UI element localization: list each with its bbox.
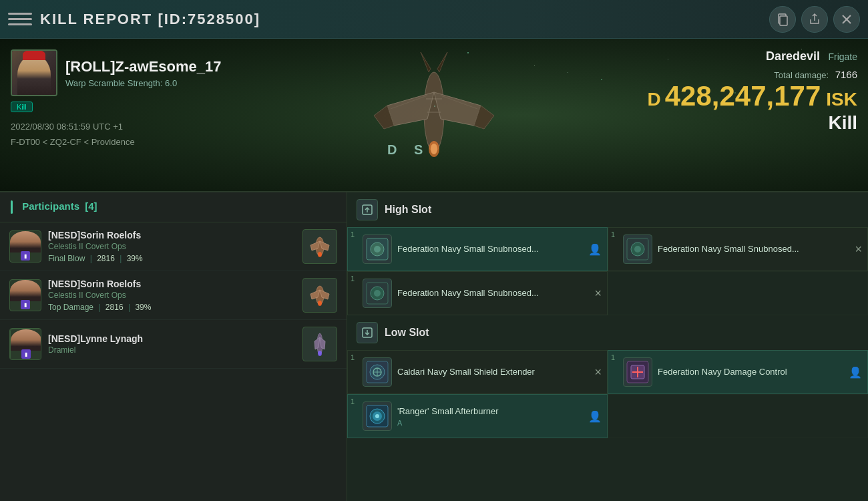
slot-item[interactable]: 1 Caldari Navy Small Shield Extender × — [347, 350, 608, 394]
close-indicator: × — [594, 365, 602, 379]
timestamp: 2022/08/30 08:51:59 UTC +1 — [11, 119, 238, 134]
page-title: KILL REPORT [ID:7528500] — [40, 11, 769, 28]
participant-avatar-2: ▮ — [9, 279, 41, 311]
slot-item[interactable]: 1 Federation Navy Small Snubnosed... × — [347, 271, 608, 315]
svg-point-42 — [375, 414, 379, 418]
menu-icon[interactable] — [8, 7, 32, 31]
list-item[interactable]: ▮ [NESD]Sorin Roelofs Celestis II Covert… — [0, 271, 347, 320]
participant-ship-icon-1 — [302, 229, 337, 264]
participant-stats-2: Top Damage | 2816 | 39% — [48, 303, 296, 312]
rank-badge: ▮ — [21, 251, 30, 261]
list-item[interactable]: ▮ [NESD]Sorin Roelofs Celestis II Covert… — [0, 222, 347, 271]
rank-badge: ▮ — [21, 300, 30, 309]
slot-item-icon — [363, 234, 392, 264]
svg-point-12 — [318, 252, 322, 257]
svg-point-27 — [374, 290, 381, 297]
slot-item-icon — [363, 401, 392, 431]
participant-avatar-1: ▮ — [9, 230, 41, 263]
low-slot-header: Low Slot — [347, 315, 868, 350]
low-slot-icon — [357, 322, 378, 343]
person-indicator: 👤 — [588, 410, 602, 423]
participant-name-3: [NESD]Lynne Lynagh — [48, 333, 296, 344]
participant-name-2: [NESD]Sorin Roelofs — [48, 279, 296, 289]
participants-count: [4] — [85, 200, 97, 212]
participants-title: Participants — [22, 200, 79, 212]
main-body: Participants [4] ▮ [NESD]Sorin Roelofs C… — [0, 192, 868, 501]
slot-item-icon — [623, 357, 652, 387]
high-slot-icon — [357, 199, 378, 220]
location: F-DT00 < ZQ2-CF < Providence — [11, 134, 238, 150]
close-indicator: × — [594, 287, 602, 301]
slot-item-text: Caldari Navy Small Shield Extender — [397, 366, 599, 378]
close-button[interactable] — [833, 6, 860, 33]
high-slot-grid: 1 Federation Navy Small Snubnosed... 👤 1 — [347, 227, 868, 315]
slot-item-empty — [608, 394, 868, 438]
slot-item-text: Federation Navy Small Snubnosed... — [658, 243, 859, 255]
s-label: S — [414, 142, 423, 158]
hero-section: [ROLL]Z-awEsome_17 Warp Scramble Strengt… — [0, 39, 868, 192]
participant-ship-2: Celestis II Covert Ops — [48, 291, 296, 300]
svg-point-24 — [634, 246, 641, 253]
participant-avatar-3: ▮ — [9, 328, 41, 360]
pilot-section: [ROLL]Z-awEsome_17 Warp Scramble Strengt… — [11, 49, 238, 180]
close-indicator: × — [855, 242, 862, 257]
participants-header: Participants [4] — [0, 192, 347, 222]
title-actions — [769, 6, 860, 33]
participant-name-1: [NESD]Sorin Roelofs — [48, 230, 296, 240]
slot-item[interactable]: 1 Federation Navy Damage Control 👤 — [608, 350, 868, 394]
slot-item-text: Federation Navy Small Snubnosed... — [397, 243, 599, 255]
slot-item[interactable]: 1 Federation Navy Small Snubnosed... 👤 — [347, 227, 608, 271]
slot-item[interactable]: 1 'Ranger' Small Afterburner A 👤 — [347, 394, 608, 438]
title-bar: KILL REPORT [ID:7528500] — [0, 0, 868, 39]
avatar — [11, 49, 57, 96]
participants-panel: Participants [4] ▮ [NESD]Sorin Roelofs C… — [0, 192, 347, 501]
slot-item-text: Federation Navy Damage Control — [658, 366, 859, 378]
participant-ship-3: Dramiel — [48, 345, 296, 355]
participant-ship-icon-2 — [302, 278, 337, 313]
d-label: D — [387, 142, 397, 158]
slot-item[interactable]: 1 Federation Navy Small Snubnosed... × — [608, 227, 868, 271]
svg-rect-1 — [780, 16, 787, 25]
high-slot-label: High Slot — [385, 204, 431, 216]
kill-badge: Kill — [11, 102, 33, 112]
svg-point-21 — [374, 246, 381, 253]
low-slot-label: Low Slot — [385, 327, 429, 339]
slots-panel: High Slot 1 Federation Navy Small Snubno… — [347, 192, 868, 501]
participant-stats-1: Final Blow | 2816 | 39% — [48, 254, 296, 263]
svg-point-14 — [318, 301, 322, 306]
person-indicator: 👤 — [849, 366, 862, 379]
slot-item-icon — [363, 279, 392, 308]
list-item[interactable]: ▮ [NESD]Lynne Lynagh Dramiel — [0, 320, 347, 369]
slot-item-text: Federation Navy Small Snubnosed... — [397, 287, 599, 299]
pilot-name: [ROLL]Z-awEsome_17 — [65, 58, 238, 75]
participant-ship-1: Celestis II Covert Ops — [48, 242, 296, 251]
participant-ship-icon-3 — [302, 327, 337, 361]
slot-sublabel: A — [397, 419, 599, 427]
copy-button[interactable] — [769, 6, 796, 33]
svg-point-16 — [318, 351, 322, 356]
slot-item-empty — [608, 271, 868, 315]
person-indicator: 👤 — [588, 243, 602, 256]
slot-item-icon — [623, 234, 652, 264]
high-slot-header: High Slot — [347, 192, 868, 227]
low-slot-grid: 1 Caldari Navy Small Shield Extender × 1 — [347, 350, 868, 438]
slot-item-text: 'Ranger' Small Afterburner — [397, 405, 599, 418]
pilot-warp-strength: Warp Scramble Strength: 6.0 — [65, 78, 238, 88]
slot-item-icon — [363, 357, 392, 387]
share-button[interactable] — [801, 6, 828, 33]
